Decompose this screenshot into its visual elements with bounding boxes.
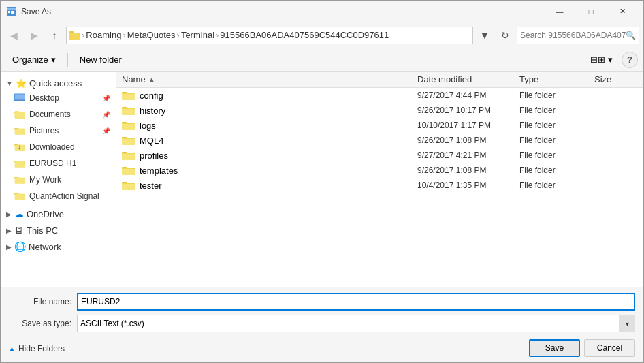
file-date-cell: 9/27/2017 4:44 PM xyxy=(412,91,514,100)
view-chevron: ▾ xyxy=(608,54,613,65)
minimize-button[interactable]: — xyxy=(544,1,575,22)
folder-icon xyxy=(122,180,135,191)
hide-folders-button[interactable]: ▲ Hide Folders xyxy=(8,344,65,353)
thispc-chevron: ▶ xyxy=(6,227,12,234)
sidebar-item-quantaction[interactable]: QuantAction Signal xyxy=(1,188,116,204)
onedrive-header[interactable]: ▶ ☁ OneDrive xyxy=(1,204,116,221)
desktop-icon xyxy=(14,93,25,104)
table-row[interactable]: logs 10/10/2017 1:17 PM File folder xyxy=(116,118,643,133)
title-bar: Save As — □ ✕ xyxy=(1,1,643,22)
breadcrumb-folder-icon xyxy=(69,31,80,40)
svg-rect-17 xyxy=(15,129,25,135)
sidebar-item-downloaded[interactable]: ↓ Downloaded xyxy=(1,139,116,155)
organize-label: Organize xyxy=(12,54,48,65)
view-button[interactable]: ⊞⊞ ▾ xyxy=(584,51,619,69)
mywork-icon xyxy=(14,174,25,185)
table-row[interactable]: profiles 9/27/2017 4:21 PM File folder xyxy=(116,148,643,163)
svg-text:↓: ↓ xyxy=(18,143,21,151)
save-as-dialog: Save As — □ ✕ ◀ ▶ ↑ › Roaming › MetaQuot… xyxy=(0,0,644,363)
downloaded-icon: ↓ xyxy=(14,142,25,153)
file-name-text: tester xyxy=(140,180,162,191)
file-type-cell: File folder xyxy=(514,121,589,130)
toolbar: Organize ▾ New folder ⊞⊞ ▾ ? xyxy=(1,48,643,72)
breadcrumb-guid[interactable]: 915566BA06ADA407569C544CC0D97611 xyxy=(220,30,389,40)
quick-access-chevron: ▼ xyxy=(6,80,13,87)
refresh-button[interactable]: ↻ xyxy=(496,27,514,44)
column-type[interactable]: Type xyxy=(514,74,589,84)
table-row[interactable]: config 9/27/2017 4:44 PM File folder xyxy=(116,88,643,103)
file-type-cell: File folder xyxy=(514,136,589,145)
svg-rect-24 xyxy=(15,161,25,168)
breadcrumb-terminal[interactable]: Terminal xyxy=(181,30,214,40)
search-input[interactable] xyxy=(520,31,626,40)
column-size[interactable]: Size xyxy=(589,74,643,84)
folder-icon xyxy=(122,135,135,146)
file-list-header: Name ▲ Date modified Type Size xyxy=(116,72,643,88)
sidebar: ▼ ⭐ Quick access Desktop 📌 xyxy=(1,72,116,287)
file-date-cell: 10/4/2017 1:35 PM xyxy=(412,180,514,190)
filename-label: File name: xyxy=(9,297,77,306)
thispc-header[interactable]: ▶ 🖥 This PC xyxy=(1,221,116,237)
quantaction-label: QuantAction Signal xyxy=(29,191,110,201)
organize-chevron: ▾ xyxy=(51,54,56,65)
desktop-label: Desktop xyxy=(29,93,98,103)
eurusd-label: EURUSD H1 xyxy=(29,159,110,168)
quick-access-header[interactable]: ▼ ⭐ Quick access xyxy=(1,74,116,90)
maximize-button[interactable]: □ xyxy=(575,1,607,22)
cancel-button[interactable]: Cancel xyxy=(584,339,635,357)
filename-input[interactable] xyxy=(77,293,635,311)
onedrive-icon: ☁ xyxy=(14,208,24,219)
table-row[interactable]: tester 10/4/2017 1:35 PM File folder xyxy=(116,178,643,193)
breadcrumb-metaquotes[interactable]: MetaQuotes xyxy=(127,30,176,40)
onedrive-chevron: ▶ xyxy=(6,210,12,218)
file-date-cell: 9/26/2017 10:17 PM xyxy=(412,106,514,115)
folder-icon xyxy=(122,120,135,131)
sidebar-item-desktop[interactable]: Desktop 📌 xyxy=(1,90,116,106)
file-name-text: logs xyxy=(140,121,156,131)
dialog-title: Save As xyxy=(21,7,544,16)
save-button[interactable]: Save xyxy=(529,339,580,357)
sidebar-item-pictures[interactable]: Pictures 📌 xyxy=(1,123,116,139)
up-button[interactable]: ↑ xyxy=(46,27,63,44)
svg-rect-27 xyxy=(15,178,25,184)
mywork-label: My Work xyxy=(29,175,110,185)
downloaded-label: Downloaded xyxy=(29,142,110,152)
breadcrumb-bar[interactable]: › Roaming › MetaQuotes › Terminal › 9155… xyxy=(66,27,473,44)
documents-label: Documents xyxy=(29,110,98,119)
back-button[interactable]: ◀ xyxy=(5,27,22,44)
network-header[interactable]: ▶ 🌐 Network xyxy=(1,237,116,253)
svg-rect-45 xyxy=(122,153,135,154)
help-button[interactable]: ? xyxy=(622,52,638,68)
network-label: Network xyxy=(29,242,61,252)
close-button[interactable]: ✕ xyxy=(607,1,638,22)
table-row[interactable]: templates 9/26/2017 1:08 PM File folder xyxy=(116,163,643,178)
filetype-select[interactable]: ASCII Text (*.csv) xyxy=(77,315,635,332)
svg-rect-39 xyxy=(122,123,135,124)
bottom-panel: File name: Save as type: ASCII Text (*.c… xyxy=(1,287,643,362)
eurusd-icon xyxy=(14,158,25,169)
svg-rect-48 xyxy=(122,168,135,169)
table-row[interactable]: history 9/26/2017 10:17 PM File folder xyxy=(116,103,643,118)
column-date-modified[interactable]: Date modified xyxy=(412,74,514,84)
sidebar-item-documents[interactable]: Documents 📌 xyxy=(1,106,116,123)
new-folder-button[interactable]: New folder xyxy=(74,51,128,69)
hide-folders-chevron: ▲ xyxy=(8,345,16,353)
documents-pin: 📌 xyxy=(102,111,110,119)
forward-button[interactable]: ▶ xyxy=(25,27,43,44)
file-type-cell: File folder xyxy=(514,91,589,100)
quick-access-icon: ⭐ xyxy=(16,78,27,89)
pictures-pin: 📌 xyxy=(102,127,110,135)
column-name[interactable]: Name ▲ xyxy=(116,74,412,84)
breadcrumb-dropdown-button[interactable]: ▼ xyxy=(476,27,494,44)
sidebar-item-mywork[interactable]: My Work xyxy=(1,172,116,188)
sidebar-item-eurusd[interactable]: EURUSD H1 xyxy=(1,155,116,172)
breadcrumb-roaming[interactable]: Roaming xyxy=(86,30,121,40)
hide-folders-label: Hide Folders xyxy=(18,344,65,353)
toolbar-separator xyxy=(67,53,68,67)
table-row[interactable]: MQL4 9/26/2017 1:08 PM File folder xyxy=(116,133,643,148)
svg-rect-2 xyxy=(8,11,10,13)
search-box[interactable]: 🔍 xyxy=(517,27,639,44)
file-name-text: profiles xyxy=(140,151,168,161)
organize-button[interactable]: Organize ▾ xyxy=(6,51,62,69)
address-bar: ◀ ▶ ↑ › Roaming › MetaQuotes › Terminal … xyxy=(1,22,643,48)
